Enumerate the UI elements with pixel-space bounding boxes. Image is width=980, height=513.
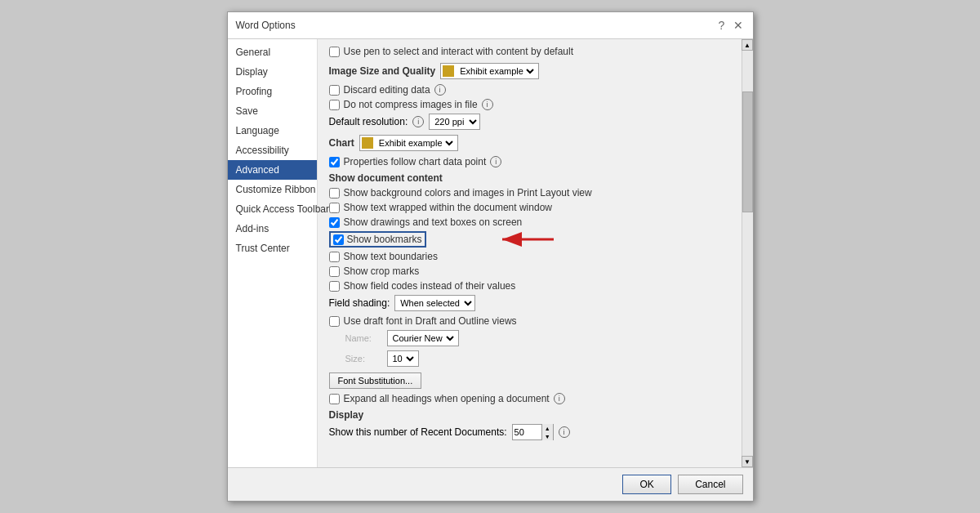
show-bookmarks-label: Show bookmarks	[347, 234, 422, 245]
dialog-title: Word Options	[236, 20, 296, 31]
close-button[interactable]: ✕	[732, 19, 745, 32]
font-size-dropdown-wrap[interactable]: 10	[387, 350, 419, 367]
spinner-down-button[interactable]: ▼	[541, 432, 553, 440]
show-bookmarks-row: Show bookmarks	[329, 231, 730, 248]
properties-follow-chart-checkbox[interactable]	[329, 157, 340, 167]
discard-editing-checkbox[interactable]	[329, 85, 340, 96]
cancel-button[interactable]: Cancel	[678, 475, 742, 494]
show-bookmarks-checkbox[interactable]	[333, 234, 344, 245]
image-size-quality-header: Image Size and Quality Exhibit example	[329, 62, 730, 80]
show-drawings-checkbox[interactable]	[329, 217, 340, 228]
content-area: Use pen to select and interact with cont…	[318, 39, 742, 467]
sidebar-item-general[interactable]: General	[228, 42, 317, 62]
discard-editing-row: Discard editing data i	[329, 84, 730, 96]
properties-follow-chart-info-icon[interactable]: i	[490, 156, 501, 167]
font-name-label: Name:	[345, 333, 382, 343]
show-crop-marks-checkbox[interactable]	[329, 266, 340, 277]
properties-follow-chart-row: Properties follow chart data point i	[329, 156, 730, 167]
sidebar-item-language[interactable]: Language	[228, 121, 317, 141]
image-quality-dropdown[interactable]: Exhibit example	[457, 64, 537, 78]
sidebar-item-advanced[interactable]: Advanced	[228, 160, 317, 180]
display-section-label: Display	[329, 409, 730, 421]
default-resolution-info-icon[interactable]: i	[412, 116, 424, 127]
expand-headings-info-icon[interactable]: i	[554, 393, 565, 404]
spinner-up-button[interactable]: ▲	[541, 424, 553, 432]
font-name-dropdown[interactable]: Courier New	[390, 331, 457, 346]
show-document-content-label: Show document content	[329, 172, 730, 184]
show-crop-marks-row: Show crop marks	[329, 265, 730, 277]
red-arrow-annotation	[492, 228, 558, 252]
draft-font-checkbox[interactable]	[329, 316, 340, 327]
default-resolution-row: Default resolution: i 220 ppi	[329, 114, 730, 130]
show-crop-marks-label: Show crop marks	[344, 265, 420, 277]
show-text-boundaries-label: Show text boundaries	[344, 251, 438, 262]
top-partial-row: Use pen to select and interact with cont…	[329, 46, 730, 57]
recent-docs-row: Show this number of Recent Documents: ▲ …	[329, 424, 730, 440]
image-quality-dropdown-wrap[interactable]: Exhibit example	[440, 63, 539, 79]
no-compress-row: Do not compress images in file i	[329, 99, 730, 110]
scroll-up-button[interactable]: ▲	[742, 39, 753, 51]
dialog-body: General Display Proofing Save Language A…	[228, 39, 753, 467]
title-bar-controls: ? ✕	[715, 19, 745, 32]
chart-label: Chart	[329, 137, 354, 149]
ok-button[interactable]: OK	[622, 475, 671, 494]
expand-headings-label: Expand all headings when opening a docum…	[344, 393, 550, 404]
sidebar-item-customize-ribbon[interactable]: Customize Ribbon	[228, 180, 317, 199]
expand-headings-checkbox[interactable]	[329, 394, 340, 404]
font-name-row: Name: Courier New	[345, 330, 730, 346]
exhibit-icon	[443, 65, 454, 77]
font-size-label: Size:	[345, 354, 382, 364]
properties-follow-chart-label: Properties follow chart data point	[344, 156, 487, 167]
use-pen-checkbox[interactable]	[329, 47, 340, 57]
help-button[interactable]: ?	[715, 19, 728, 32]
show-text-wrapped-label: Show text wrapped within the document wi…	[344, 202, 552, 213]
title-bar: Word Options ? ✕	[228, 12, 753, 39]
sidebar: General Display Proofing Save Language A…	[228, 39, 318, 467]
spinner-buttons: ▲ ▼	[541, 424, 553, 440]
recent-docs-label: Show this number of Recent Documents:	[329, 426, 507, 438]
sidebar-item-save[interactable]: Save	[228, 101, 317, 121]
sidebar-item-display[interactable]: Display	[228, 62, 317, 82]
font-substitution-button[interactable]: Font Substitution...	[329, 372, 422, 389]
sidebar-item-add-ins[interactable]: Add-ins	[228, 219, 317, 239]
scroll-down-button[interactable]: ▼	[742, 456, 753, 467]
word-options-dialog: Word Options ? ✕ General Display Proofin…	[227, 11, 754, 502]
show-text-wrapped-checkbox[interactable]	[329, 203, 340, 213]
font-name-dropdown-wrap[interactable]: Courier New	[387, 330, 459, 346]
show-background-checkbox[interactable]	[329, 188, 340, 199]
image-size-quality-label: Image Size and Quality	[329, 65, 436, 77]
show-text-boundaries-row: Show text boundaries	[329, 251, 730, 262]
no-compress-checkbox[interactable]	[329, 100, 340, 110]
scrollbar: ▲ ▼	[742, 39, 753, 467]
show-drawings-label: Show drawings and text boxes on screen	[344, 216, 523, 228]
show-drawings-row: Show drawings and text boxes on screen	[329, 216, 730, 228]
field-shading-row: Field shading: When selected	[329, 295, 730, 311]
sidebar-item-accessibility[interactable]: Accessibility	[228, 141, 317, 160]
draft-font-label: Use draft font in Draft and Outline view…	[344, 315, 517, 327]
recent-docs-input[interactable]	[513, 425, 541, 439]
sidebar-item-proofing[interactable]: Proofing	[228, 82, 317, 101]
show-background-label: Show background colors and images in Pri…	[344, 187, 592, 199]
no-compress-info-icon[interactable]: i	[482, 99, 493, 110]
scroll-thumb[interactable]	[742, 91, 753, 213]
chart-exhibit-icon	[362, 137, 373, 149]
chart-dropdown[interactable]: Exhibit example	[376, 136, 456, 150]
sidebar-item-trust-center[interactable]: Trust Center	[228, 239, 317, 258]
discard-editing-info-icon[interactable]: i	[434, 84, 446, 96]
display-section: Display Show this number of Recent Docum…	[329, 409, 730, 440]
recent-docs-spinner[interactable]: ▲ ▼	[512, 424, 554, 440]
field-shading-dropdown[interactable]: When selected	[394, 295, 475, 311]
font-size-row: Size: 10	[345, 350, 730, 367]
chart-header: Chart Exhibit example	[329, 134, 730, 152]
recent-docs-info-icon[interactable]: i	[559, 426, 570, 438]
font-size-dropdown[interactable]: 10	[390, 351, 416, 366]
show-field-codes-checkbox[interactable]	[329, 281, 340, 292]
show-text-boundaries-checkbox[interactable]	[329, 252, 340, 262]
chart-dropdown-wrap[interactable]: Exhibit example	[359, 135, 458, 151]
show-text-wrapped-row: Show text wrapped within the document wi…	[329, 202, 730, 213]
show-bookmarks-highlight: Show bookmarks	[329, 231, 426, 248]
default-resolution-label: Default resolution:	[329, 116, 408, 127]
scroll-track[interactable]	[742, 51, 753, 456]
sidebar-item-quick-access-toolbar[interactable]: Quick Access Toolbar	[228, 199, 317, 219]
default-resolution-dropdown[interactable]: 220 ppi	[429, 114, 480, 130]
